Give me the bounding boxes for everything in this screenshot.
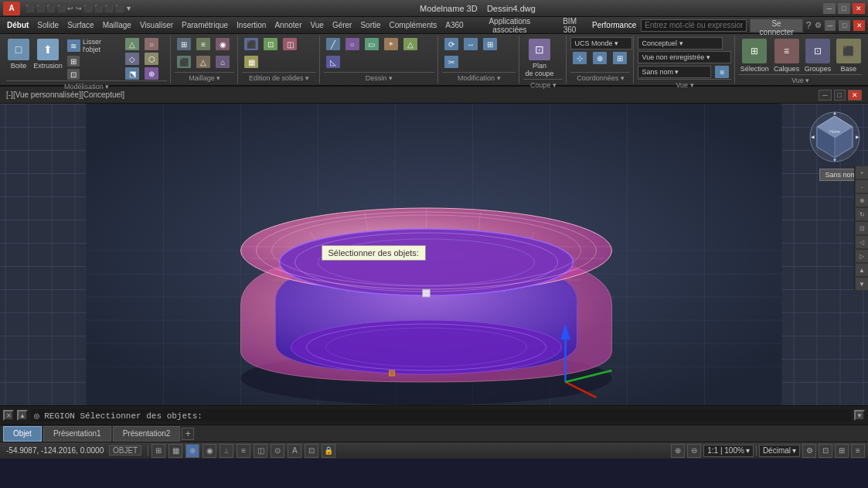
maillage-btn3[interactable]: ◉ (213, 37, 232, 51)
coord-btn3[interactable]: ⊞ (611, 51, 629, 65)
selection-button[interactable]: ⊞ Sélection (739, 37, 769, 74)
orbit-btn[interactable]: ↻ (855, 207, 868, 221)
ribbon-minimize-button[interactable]: ─ (825, 20, 836, 31)
menu-parametrique[interactable]: Paramétrique (178, 19, 232, 32)
smooth-tool-button[interactable]: ≋ Lisser l'objet (65, 37, 121, 54)
settings-icon[interactable]: ⚙ (815, 21, 822, 29)
menu-solide[interactable]: Solide (33, 19, 63, 32)
mod-btn2[interactable]: ↔ (461, 37, 480, 51)
units-dropdown[interactable]: Décimal ▾ (759, 445, 800, 457)
dessin-btn6[interactable]: ◺ (324, 55, 342, 69)
lineweight-btn[interactable]: ≡ (237, 444, 250, 458)
menu-gerer[interactable]: Gérer (328, 19, 356, 32)
extra-tool1-button[interactable]: ⊞ (65, 55, 121, 67)
menu-insertion[interactable]: Insertion (233, 19, 270, 32)
view-style-dropdown[interactable]: Conceptuel ▾ (638, 37, 723, 49)
menu-a360[interactable]: A360 (441, 19, 467, 32)
view-name-dropdown[interactable]: Vue non enregistrée ▾ (638, 51, 731, 63)
cmd-hide-btn[interactable]: ✕ (3, 410, 14, 421)
ribbon-restore-button[interactable]: □ (839, 20, 850, 31)
mod-btn4[interactable]: ✂ (442, 55, 461, 69)
zoom-in-btn[interactable]: + (855, 166, 868, 179)
menu-visualiser[interactable]: Visualiser (136, 19, 177, 32)
polar-btn[interactable]: ⊕ (186, 444, 199, 458)
menu-surface[interactable]: Surface (63, 19, 97, 32)
zoom-out-icon-btn[interactable]: ⊖ (687, 444, 701, 458)
scroll-dn-btn[interactable]: ▼ (855, 277, 868, 291)
snap-btn[interactable]: ▦ (168, 444, 182, 458)
extents-btn[interactable]: ⊡ (855, 221, 868, 235)
view-sans-nom-dropdown[interactable]: Sans nom ▾ (638, 66, 711, 78)
minimize-button[interactable]: ─ (823, 3, 836, 14)
menu-bim360[interactable]: BIM 360 (552, 19, 587, 32)
dessin-btn2[interactable]: ○ (343, 37, 362, 51)
maximize-button[interactable]: □ (838, 3, 850, 14)
maillage-btn1[interactable]: ⊞ (175, 37, 193, 51)
edition-btn2[interactable]: ⊡ (261, 37, 280, 51)
menu-annoter[interactable]: Annoter (271, 19, 305, 32)
edition-btn4[interactable]: ▦ (242, 55, 260, 69)
coord-dropdown[interactable]: UCS Monde ▾ (570, 37, 632, 49)
full-screen-btn[interactable]: ⊞ (835, 444, 849, 458)
menu-vue[interactable]: Vue (306, 19, 327, 32)
menu-performance[interactable]: Performance (588, 19, 640, 32)
extrusion-tool-button[interactable]: ⬆ Extrusion (32, 37, 63, 71)
zoom-out-btn[interactable]: - (855, 179, 868, 193)
hardware-accel-btn[interactable]: ⚙ (802, 444, 816, 458)
maillage-btn2[interactable]: ≡ (194, 37, 213, 51)
maillage-btn6[interactable]: ⌂ (213, 55, 232, 69)
tab-objet[interactable]: Objet (3, 426, 42, 442)
tool-btn-r1c3[interactable]: ◇ (123, 52, 141, 66)
prev-view-btn[interactable]: ◁ (855, 235, 868, 249)
transparency-btn[interactable]: ◫ (254, 444, 267, 458)
viewport-max-btn[interactable]: □ (834, 90, 846, 101)
coord-btn1[interactable]: ⊹ (570, 51, 589, 65)
menu-apps[interactable]: Applications associées (468, 19, 552, 32)
tool-btn-r2c1[interactable]: ⬔ (123, 67, 141, 80)
dessin-btn4[interactable]: ⌖ (382, 37, 400, 51)
osnap-btn[interactable]: ◉ (203, 444, 216, 458)
groupes-button[interactable]: ⊡ Groupes (803, 37, 832, 74)
tool-btn-r1c2[interactable]: ○ (142, 37, 161, 51)
tool-btn-r2c2[interactable]: ⊕ (142, 67, 161, 80)
zoom-icon-btn[interactable]: ⊕ (671, 444, 685, 458)
box-tool-button[interactable]: □ Boite (6, 37, 31, 71)
add-tab-button[interactable]: + (182, 428, 194, 440)
calques-button[interactable]: ≡ Calques (773, 37, 801, 74)
tool-btn-r1c1[interactable]: △ (123, 37, 141, 51)
menu-sortie[interactable]: Sortie (356, 19, 384, 32)
extra-tool2-button[interactable]: ⊡ (65, 68, 121, 80)
maillage-btn4[interactable]: ⬛ (175, 55, 193, 69)
close-button[interactable]: ✕ (853, 3, 865, 14)
menu-complements[interactable]: Compléments (386, 19, 441, 32)
edition-btn1[interactable]: ⬛ (242, 37, 260, 51)
plan-coupe-button[interactable]: ⊡ Plande coupe (523, 37, 555, 79)
pan-btn[interactable]: ⊕ (855, 193, 868, 207)
customization-btn[interactable]: ≡ (851, 444, 865, 458)
zoom-dropdown[interactable]: 1:1 | 100% ▾ (703, 445, 754, 457)
mod-btn1[interactable]: ⟳ (442, 37, 461, 51)
navigation-cube[interactable]: ▲ ▶ ▼ ◀ Home (808, 110, 862, 164)
dessin-btn3[interactable]: ▭ (363, 37, 381, 51)
dessin-btn5[interactable]: △ (401, 37, 420, 51)
coord-btn2[interactable]: ⊕ (591, 51, 609, 65)
snap-grid-btn[interactable]: ⊞ (151, 444, 165, 458)
ribbon-close-button[interactable]: ✕ (853, 20, 865, 31)
command-input[interactable] (31, 409, 851, 421)
cmd-expand-btn[interactable]: ▲ (17, 410, 28, 421)
selection-btn[interactable]: ⊙ (271, 444, 284, 458)
workspace-btn[interactable]: ⊡ (305, 444, 318, 458)
next-view-btn[interactable]: ▷ (855, 249, 868, 263)
isolate-btn[interactable]: ⊡ (819, 444, 832, 458)
base-button[interactable]: ⬛ Base (835, 37, 862, 74)
tab-presentation2[interactable]: Présentation2 (113, 426, 181, 442)
viewport[interactable]: Sélectionner des objets: ▲ ▶ ▼ ◀ (0, 104, 868, 405)
connect-button[interactable]: Se connecter (750, 19, 803, 32)
menu-debut[interactable]: Début (3, 19, 32, 32)
annot-scale-btn[interactable]: A (288, 444, 301, 458)
otrack-btn[interactable]: ⟂ (220, 444, 233, 458)
menu-maillage[interactable]: Maillage (99, 19, 135, 32)
mod-btn3[interactable]: ⊞ (481, 37, 499, 51)
tab-presentation1[interactable]: Présentation1 (43, 426, 111, 442)
scroll-up-btn[interactable]: ▲ (855, 263, 868, 277)
